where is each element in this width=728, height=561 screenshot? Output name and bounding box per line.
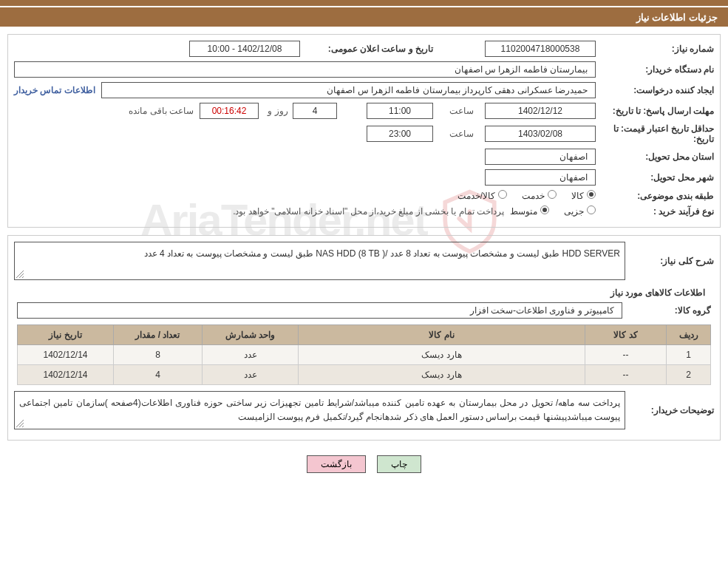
- cell-row: 1: [667, 345, 711, 365]
- th-unit: واحد شمارش: [203, 325, 299, 345]
- cell-qty: 8: [114, 345, 203, 365]
- value-province: اصفهان: [485, 149, 596, 165]
- cell-need-date: 1402/12/14: [18, 365, 114, 385]
- value-buyer-org: بیمارستان فاطمه الزهرا س اصفهان: [14, 61, 596, 78]
- top-accent-bar: [0, 0, 728, 6]
- cell-code: --: [585, 345, 667, 365]
- value-reply-time: 11:00: [367, 103, 433, 119]
- value-city: اصفهان: [485, 169, 596, 186]
- label-price-validity: حداقل تاریخ اعتبار قیمت: تا تاریخ:: [596, 123, 714, 144]
- label-buyer-notes: توضیحات خریدار:: [625, 405, 714, 415]
- th-row: ردیف: [667, 325, 711, 345]
- radio-group-purchase-type: جزیی متوسط: [510, 205, 596, 217]
- value-reply-date: 1402/12/12: [485, 103, 596, 119]
- th-qty: تعداد / مقدار: [114, 325, 203, 345]
- th-code: کد کالا: [585, 325, 667, 345]
- value-days-left: 4: [293, 103, 337, 119]
- value-requester: حمیدرضا عسکرانی دهقی کارپرداز بیمارستان …: [101, 82, 596, 98]
- th-need-date: تاریخ نیاز: [18, 325, 114, 345]
- label-time-left: ساعت باقی مانده: [124, 106, 200, 116]
- cell-row: 2: [667, 365, 711, 385]
- value-announce: 1402/12/08 - 10:00: [189, 41, 300, 57]
- cell-name: هارد دیسک: [299, 345, 585, 365]
- label-purchase-type: نوع فرآیند خرید :: [596, 206, 714, 217]
- value-goods-group: کامپیوتر و فناوری اطلاعات-سخت افزار: [17, 302, 622, 319]
- table-row: 1 -- هارد دیسک عدد 8 1402/12/14: [18, 345, 711, 365]
- main-form-frame: شماره نیاز: 1102004718000538 تاریخ و ساع…: [7, 34, 721, 228]
- page-title: جزئیات اطلاعات نیاز: [0, 6, 728, 27]
- value-need-no: 1102004718000538: [485, 41, 596, 57]
- radio-partial[interactable]: [587, 205, 596, 214]
- label-city: شهر محل تحویل:: [596, 172, 714, 183]
- label-hour-2: ساعت: [433, 129, 485, 139]
- label-reply-deadline: مهلت ارسال پاسخ: تا تاریخ:: [596, 106, 714, 116]
- radio-goods-service[interactable]: [498, 190, 507, 199]
- cell-need-date: 1402/12/14: [18, 345, 114, 365]
- value-general-desc: HDD SERVER طبق لیست و مشخصات پیوست به تع…: [14, 242, 625, 280]
- back-button[interactable]: بازگشت: [307, 455, 366, 473]
- detail-frame: شرح کلی نیاز: HDD SERVER طبق لیست و مشخص…: [7, 235, 721, 441]
- value-buyer-notes: پرداخت سه ماهه/ تحویل در محل بیمارستان ب…: [14, 391, 625, 429]
- items-table: ردیف کد کالا نام کالا واحد شمارش تعداد /…: [17, 324, 711, 385]
- label-announce: تاریخ و ساعت اعلان عمومی:: [300, 44, 433, 54]
- link-buyer-contact[interactable]: اطلاعات تماس خریدار: [14, 85, 101, 95]
- radio-group-classification: کالا خدمت کالا/خدمت: [457, 190, 596, 201]
- radio-medium[interactable]: [540, 205, 549, 214]
- label-requester: ایجاد کننده درخواست:: [596, 85, 714, 95]
- label-goods-group: گروه کالا:: [622, 305, 711, 316]
- value-countdown: 00:16:42: [200, 103, 259, 119]
- items-title: اطلاعات کالاهای مورد نیاز: [23, 288, 705, 298]
- cell-name: هارد دیسک: [299, 365, 585, 385]
- label-need-no: شماره نیاز:: [596, 44, 714, 54]
- payment-note: پرداخت تمام یا بخشی از مبلغ خرید،از محل …: [233, 206, 504, 217]
- radio-service[interactable]: [548, 190, 557, 199]
- resize-handle-icon[interactable]: [16, 420, 24, 427]
- value-price-validity-date: 1403/02/08: [485, 126, 596, 142]
- button-row: چاپ بازگشت: [0, 448, 728, 480]
- value-price-validity-time: 23:00: [367, 126, 433, 142]
- label-buyer-org: نام دستگاه خریدار:: [596, 64, 714, 75]
- cell-unit: عدد: [203, 365, 299, 385]
- radio-goods[interactable]: [587, 190, 596, 199]
- cell-qty: 4: [114, 365, 203, 385]
- radio-label-medium: متوسط: [510, 206, 537, 217]
- radio-label-partial: جزیی: [564, 206, 584, 217]
- radio-label-goods: کالا: [571, 191, 584, 201]
- label-general-desc: شرح کلی نیاز:: [625, 256, 714, 266]
- resize-handle-icon[interactable]: [16, 271, 24, 278]
- label-hour-1: ساعت: [433, 106, 485, 116]
- label-days-and: روز و: [259, 106, 293, 116]
- print-button[interactable]: چاپ: [377, 455, 421, 473]
- table-row: 2 -- هارد دیسک عدد 4 1402/12/14: [18, 365, 711, 385]
- radio-label-goods-service: کالا/خدمت: [457, 191, 495, 201]
- cell-code: --: [585, 365, 667, 385]
- label-classification: طبقه بندی موضوعی:: [596, 191, 714, 201]
- th-name: نام کالا: [299, 325, 585, 345]
- radio-label-service: خدمت: [522, 191, 545, 201]
- label-province: استان محل تحویل:: [596, 152, 714, 162]
- cell-unit: عدد: [203, 345, 299, 365]
